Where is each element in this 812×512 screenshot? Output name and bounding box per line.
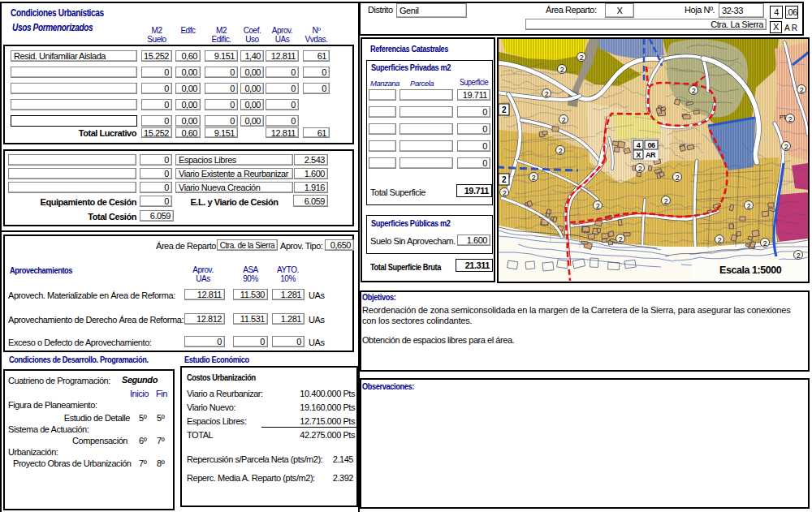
svg-text:2: 2 <box>638 165 642 173</box>
svg-text:2: 2 <box>797 252 801 260</box>
svg-text:2: 2 <box>676 174 680 182</box>
svg-text:2: 2 <box>502 105 507 114</box>
svg-text:2: 2 <box>545 90 549 98</box>
svg-text:2: 2 <box>503 189 507 197</box>
svg-text:06: 06 <box>647 141 655 149</box>
svg-text:2: 2 <box>718 236 722 244</box>
svg-text:2: 2 <box>747 202 751 210</box>
svg-text:2: 2 <box>692 87 696 95</box>
svg-text:2: 2 <box>664 197 668 205</box>
svg-text:2: 2 <box>800 86 804 94</box>
svg-text:2: 2 <box>596 202 600 210</box>
svg-text:X: X <box>636 151 641 159</box>
svg-text:2: 2 <box>788 115 793 123</box>
svg-text:4: 4 <box>637 141 641 149</box>
svg-text:2: 2 <box>580 54 584 62</box>
svg-text:2: 2 <box>502 175 507 184</box>
svg-text:2: 2 <box>559 147 563 155</box>
svg-text:AR: AR <box>646 151 656 159</box>
svg-text:PT: PT <box>780 114 787 120</box>
svg-text:2: 2 <box>763 239 767 247</box>
svg-text:2: 2 <box>562 116 566 124</box>
svg-text:2: 2 <box>560 66 564 74</box>
svg-text:2: 2 <box>532 174 536 182</box>
svg-text:2: 2 <box>619 235 623 243</box>
svg-text:Escala 1:5000: Escala 1:5000 <box>719 265 782 276</box>
svg-text:2: 2 <box>784 143 788 151</box>
